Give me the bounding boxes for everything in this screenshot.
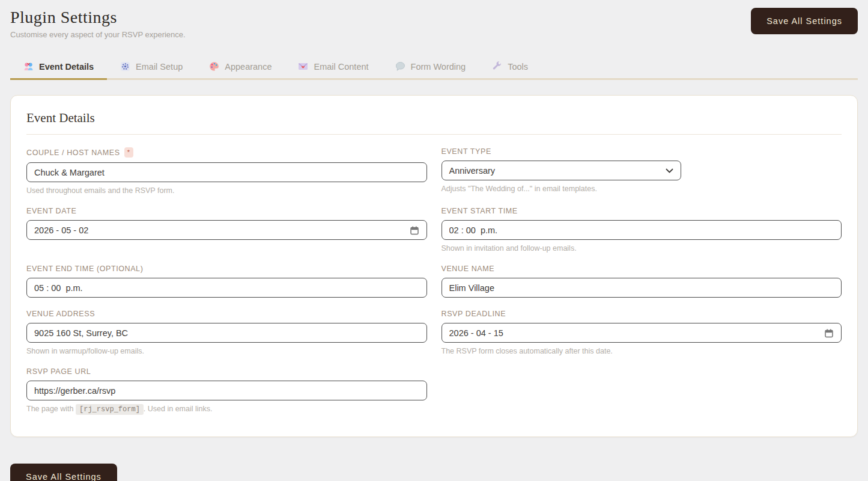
page-header: Plugin Settings Customise every aspect o… <box>10 8 858 39</box>
card-heading: Event Details <box>26 111 842 135</box>
save-all-settings-button-top[interactable]: Save All Settings <box>751 8 858 34</box>
rsvp-page-url-input[interactable] <box>34 386 419 396</box>
field-label-text: RSVP DEADLINE <box>442 310 506 318</box>
event-end-time-input[interactable] <box>34 283 419 293</box>
venue-name-input[interactable] <box>449 283 834 293</box>
settings-tab-bar: Event Details Email Setup Appearance <box>10 57 858 80</box>
field-label-text: COUPLE / HOST NAMES <box>26 149 120 157</box>
event-start-time-input-box <box>442 220 842 240</box>
page-title-block: Plugin Settings Customise every aspect o… <box>10 8 186 39</box>
tab-label: Tools <box>508 62 528 72</box>
tab-label: Email Content <box>314 62 368 72</box>
event-start-time-input[interactable] <box>449 225 834 235</box>
field-label-text: VENUE ADDRESS <box>26 310 95 318</box>
page-subtitle: Customise every aspect of your RSVP expe… <box>10 30 186 39</box>
tab-form-wording[interactable]: Form Wording <box>382 57 479 78</box>
field-label: COUPLE / HOST NAMES * <box>26 147 427 158</box>
field-rsvp-deadline: RSVP DEADLINE The RSVP form closes autom… <box>442 310 842 355</box>
field-label: RSVP PAGE URL <box>26 367 427 376</box>
calendar-icon[interactable] <box>410 225 419 235</box>
field-couple-host-names: COUPLE / HOST NAMES * Used throughout em… <box>26 147 427 195</box>
tab-label: Form Wording <box>411 62 466 72</box>
field-label-text: EVENT TYPE <box>442 147 491 156</box>
rsvp-page-url-input-box <box>26 381 427 400</box>
helper-prefix: The page with <box>26 405 74 413</box>
field-helper: Used throughout emails and the RSVP form… <box>26 186 427 195</box>
field-helper: The page with [rj_rsvp_form]. Used in em… <box>26 405 427 414</box>
tab-tools[interactable]: Tools <box>479 57 541 78</box>
field-event-end-time: EVENT END TIME (OPTIONAL) <box>26 265 427 298</box>
field-label-text: EVENT START TIME <box>442 207 518 215</box>
field-label: VENUE ADDRESS <box>26 310 427 318</box>
event-details-card: Event Details COUPLE / HOST NAMES * Used… <box>10 95 858 437</box>
field-label-text: EVENT DATE <box>26 207 76 215</box>
field-rsvp-page-url: RSVP PAGE URL The page with [rj_rsvp_for… <box>26 367 427 414</box>
tab-email-setup[interactable]: Email Setup <box>107 57 196 78</box>
palette-icon <box>209 61 219 72</box>
event-details-form: COUPLE / HOST NAMES * Used throughout em… <box>26 135 842 414</box>
field-helper: Shown in invitation and follow-up emails… <box>442 244 842 253</box>
gear-icon <box>120 61 130 72</box>
field-venue-name: VENUE NAME <box>442 265 842 298</box>
tab-label: Event Details <box>39 62 94 72</box>
field-event-type: EVENT TYPE Anniversary Adjusts "The Wedd… <box>442 147 842 195</box>
event-end-time-input-box <box>26 278 427 298</box>
venue-name-input-box <box>442 278 842 298</box>
love-letter-icon <box>298 61 308 72</box>
rsvp-deadline-input-box <box>442 323 842 343</box>
field-label: EVENT DATE <box>26 207 427 215</box>
field-event-date: EVENT DATE <box>26 207 427 253</box>
tab-label: Email Setup <box>136 62 183 72</box>
chevron-down-icon <box>666 168 673 173</box>
couple-icon <box>23 61 34 72</box>
tab-event-details[interactable]: Event Details <box>10 57 107 78</box>
couple-host-names-input-box <box>26 162 427 182</box>
couple-host-names-input[interactable] <box>34 168 419 177</box>
field-venue-address: VENUE ADDRESS Shown in warmup/follow-up … <box>26 310 427 355</box>
rsvp-deadline-input[interactable] <box>449 328 820 338</box>
plugin-settings-page: Plugin Settings Customise every aspect o… <box>0 0 868 481</box>
field-helper: Adjusts "The Wedding of..." in email tem… <box>442 185 842 193</box>
field-label: RSVP DEADLINE <box>442 310 842 318</box>
venue-address-input[interactable] <box>34 328 419 338</box>
wrench-icon <box>492 61 502 72</box>
event-date-input[interactable] <box>34 225 405 235</box>
field-helper: The RSVP form closes automatically after… <box>442 347 842 355</box>
helper-suffix: . Used in email links. <box>144 405 213 413</box>
event-type-selected-value: Anniversary <box>449 166 496 176</box>
shortcode-chip: [rj_rsvp_form] <box>76 404 144 415</box>
event-date-input-box <box>26 220 427 240</box>
field-helper: Shown in warmup/follow-up emails. <box>26 347 427 355</box>
field-label-text: RSVP PAGE URL <box>26 367 91 376</box>
speech-bubble-icon <box>395 61 405 72</box>
field-label: EVENT TYPE <box>442 147 842 156</box>
field-label-text: EVENT END TIME (OPTIONAL) <box>26 265 143 273</box>
page-title: Plugin Settings <box>10 8 186 27</box>
required-badge: * <box>124 147 133 158</box>
field-label-text: VENUE NAME <box>442 265 495 273</box>
event-type-select[interactable]: Anniversary <box>442 161 682 180</box>
tab-email-content[interactable]: Email Content <box>285 57 381 78</box>
field-label: EVENT END TIME (OPTIONAL) <box>26 265 427 273</box>
save-all-settings-button-bottom[interactable]: Save All Settings <box>10 464 117 481</box>
field-label: VENUE NAME <box>442 265 842 273</box>
page-footer: Save All Settings <box>10 464 858 481</box>
field-label: EVENT START TIME <box>442 207 842 215</box>
tab-label: Appearance <box>225 62 272 72</box>
field-event-start-time: EVENT START TIME Shown in invitation and… <box>442 207 842 253</box>
venue-address-input-box <box>26 323 427 343</box>
calendar-icon[interactable] <box>824 328 834 338</box>
tab-appearance[interactable]: Appearance <box>196 57 285 78</box>
